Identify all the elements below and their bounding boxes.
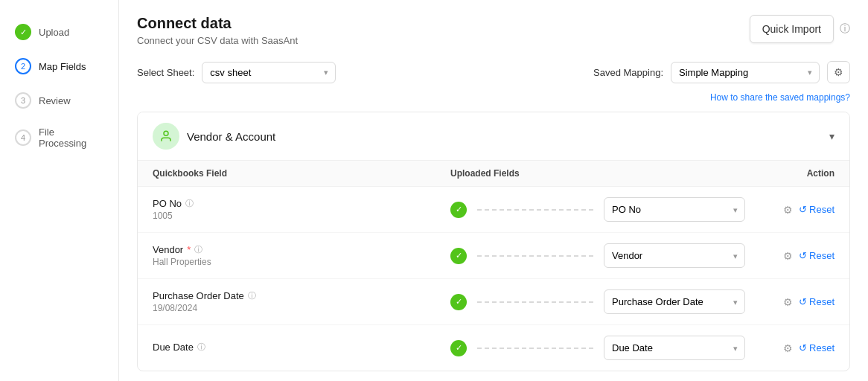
due-date-reset-button[interactable]: ↺ Reset (799, 342, 835, 353)
help-icon[interactable]: ⓘ (840, 22, 850, 36)
table-header: Quickbooks Field Uploaded Fields Action (138, 161, 849, 187)
po-date-value: 19/08/2024 (153, 303, 450, 313)
table-row: Due Date ⓘ ✓ Due Date (138, 325, 849, 371)
step-circle-upload: ✓ (15, 24, 31, 40)
select-sheet-label: Select Sheet: (137, 67, 194, 78)
due-date-select[interactable]: Due Date (604, 336, 745, 360)
share-mappings-link[interactable]: How to share the saved mappings? (137, 92, 850, 103)
left-controls: Select Sheet: csv sheet (137, 62, 336, 83)
field-name-vendor: Vendor (153, 244, 183, 255)
sidebar-item-upload[interactable]: ✓ Upload (0, 15, 118, 49)
saved-mapping-label: Saved Mapping: (593, 67, 663, 78)
header-row: Connect data Connect your CSV data with … (137, 15, 850, 46)
po-date-gear-button[interactable]: ⚙ (783, 296, 793, 308)
sidebar-label-review: Review (39, 95, 71, 106)
vendor-required-star: * (187, 244, 191, 255)
po-date-select-wrapper: Purchase Order Date (604, 289, 745, 314)
po-date-reset-icon: ↺ (799, 296, 807, 307)
po-no-reset-label: Reset (809, 204, 835, 215)
po-date-actions: ⚙ ↺ Reset (745, 296, 835, 308)
right-controls: Saved Mapping: Simple Mapping ⚙ (593, 61, 850, 83)
vendor-icon (153, 123, 179, 150)
vendor-select[interactable]: Vendor (604, 243, 745, 268)
due-date-gear-button[interactable]: ⚙ (783, 342, 793, 354)
field-name-po-no: PO No (153, 198, 182, 209)
po-no-info-icon[interactable]: ⓘ (185, 198, 194, 209)
po-no-reset-button[interactable]: ↺ Reset (799, 204, 835, 215)
po-no-mapping: ✓ PO No (450, 197, 745, 222)
vendor-actions: ⚙ ↺ Reset (745, 250, 835, 262)
sidebar-item-review[interactable]: 3 Review (0, 83, 118, 118)
vendor-check-icon: ✓ (450, 248, 467, 264)
vendor-mapping: ✓ Vendor (450, 243, 745, 268)
vendor-gear-button[interactable]: ⚙ (783, 250, 793, 262)
po-date-dashed-line (477, 301, 593, 303)
quick-import-label: Quick Import (762, 23, 821, 35)
section-panel-inner: Quickbooks Field Uploaded Fields Action … (138, 161, 849, 371)
page-title: Connect data (137, 15, 298, 32)
vendor-account-panel: Vendor & Account ▾ Quickbooks Field Uplo… (137, 112, 850, 371)
sidebar: ✓ Upload 2 Map Fields 3 Review 4 File Pr… (0, 0, 119, 381)
due-date-reset-icon: ↺ (799, 342, 807, 353)
sidebar-item-file-processing[interactable]: 4 File Processing (0, 118, 118, 158)
share-link-container: How to share the saved mappings? (137, 92, 850, 103)
qb-field-due-date: Due Date ⓘ (153, 342, 450, 354)
po-no-dashed-line (477, 209, 593, 211)
field-name-po-date: Purchase Order Date (153, 290, 244, 301)
qb-field-po-date: Purchase Order Date ⓘ 19/08/2024 (153, 290, 450, 313)
qb-field-vendor: Vendor * ⓘ Hall Properties (153, 244, 450, 267)
step-circle-review: 3 (15, 92, 31, 109)
table-row: Vendor * ⓘ Hall Properties ✓ Vendor (138, 233, 849, 279)
po-no-check-icon: ✓ (450, 202, 467, 218)
col-header-action: Action (745, 168, 835, 179)
page-subtitle: Connect your CSV data with SaasAnt (137, 35, 298, 46)
section-header: Vendor & Account ▾ (138, 112, 849, 161)
mapping-gear-button[interactable]: ⚙ (827, 61, 850, 83)
due-date-check-icon: ✓ (450, 340, 467, 356)
due-date-select-wrapper: Due Date (604, 336, 745, 360)
vendor-reset-label: Reset (809, 250, 835, 261)
vendor-reset-icon: ↺ (799, 250, 807, 261)
step-circle-processing: 4 (15, 129, 31, 146)
due-date-reset-label: Reset (809, 342, 835, 353)
vendor-select-wrapper: Vendor (604, 243, 745, 268)
select-sheet-dropdown[interactable]: csv sheet (202, 62, 336, 83)
saved-mapping-wrapper: Simple Mapping (671, 62, 820, 83)
controls-row: Select Sheet: csv sheet Saved Mapping: S… (137, 61, 850, 83)
quick-import-button[interactable]: Quick Import (750, 15, 834, 43)
select-sheet-wrapper: csv sheet (202, 62, 336, 83)
vendor-value: Hall Properties (153, 257, 450, 267)
page-header: Connect data Connect your CSV data with … (137, 15, 298, 46)
vendor-reset-button[interactable]: ↺ Reset (799, 250, 835, 261)
section-collapse-button[interactable]: ▾ (829, 130, 835, 142)
qb-field-po-no: PO No ⓘ 1005 (153, 198, 450, 221)
po-no-select[interactable]: PO No (604, 197, 745, 222)
col-header-uploaded: Uploaded Fields (450, 168, 745, 179)
po-date-select[interactable]: Purchase Order Date (604, 289, 745, 314)
step-circle-map: 2 (15, 58, 31, 74)
po-date-mapping: ✓ Purchase Order Date (450, 289, 745, 314)
po-date-info-icon[interactable]: ⓘ (248, 290, 256, 301)
due-date-info-icon[interactable]: ⓘ (197, 342, 205, 353)
field-name-due-date: Due Date (153, 342, 194, 353)
table-row: PO No ⓘ 1005 ✓ PO No (138, 187, 849, 233)
table-row: Purchase Order Date ⓘ 19/08/2024 ✓ Purch… (138, 279, 849, 325)
po-date-reset-button[interactable]: ↺ Reset (799, 296, 835, 307)
svg-point-0 (164, 131, 168, 135)
po-date-reset-label: Reset (809, 296, 835, 307)
section-title: Vendor & Account (187, 130, 275, 143)
vendor-dashed-line (477, 255, 593, 257)
sidebar-label-processing: File Processing (39, 127, 103, 149)
sidebar-label-upload: Upload (39, 27, 69, 38)
sidebar-item-map-fields[interactable]: 2 Map Fields (0, 49, 118, 83)
po-no-reset-icon: ↺ (799, 204, 807, 215)
section-header-left: Vendor & Account (153, 123, 275, 150)
due-date-mapping: ✓ Due Date (450, 336, 745, 360)
header-actions: Quick Import ⓘ (750, 15, 850, 43)
po-no-actions: ⚙ ↺ Reset (745, 204, 835, 216)
saved-mapping-dropdown[interactable]: Simple Mapping (671, 62, 820, 83)
po-no-gear-button[interactable]: ⚙ (783, 204, 793, 216)
col-header-qb-field: Quickbooks Field (153, 168, 450, 179)
po-no-value: 1005 (153, 211, 450, 221)
vendor-info-icon[interactable]: ⓘ (194, 244, 202, 255)
